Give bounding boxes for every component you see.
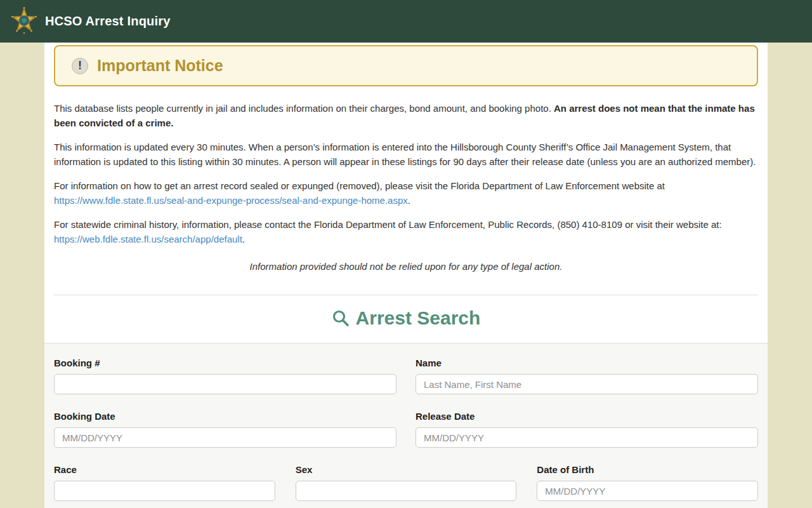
form-row-demographics: Race Sex Date of Birth bbox=[54, 464, 758, 501]
paragraph-text: . bbox=[242, 234, 245, 244]
paragraph-text: For statewide criminal history, informat… bbox=[54, 219, 722, 230]
race-label: Race bbox=[54, 464, 275, 475]
booking-number-input[interactable] bbox=[54, 374, 396, 394]
app-header: HCSO Arrest Inquiry bbox=[0, 0, 812, 43]
page-container: ! Important Notice This database lists p… bbox=[44, 43, 768, 508]
date-of-birth-field-group: Date of Birth bbox=[537, 464, 758, 501]
name-input[interactable] bbox=[416, 374, 758, 394]
booking-date-label: Booking Date bbox=[54, 411, 396, 422]
paragraph-text: For information on how to get an arrest … bbox=[54, 180, 665, 191]
sex-label: Sex bbox=[296, 464, 517, 475]
sex-field-group: Sex bbox=[296, 464, 517, 501]
paragraph-seal-expunge: For information on how to get an arrest … bbox=[54, 178, 758, 208]
date-of-birth-input[interactable] bbox=[537, 481, 758, 501]
search-icon bbox=[332, 309, 350, 327]
intro-text-block: This database lists people currently in … bbox=[44, 101, 768, 274]
fdle-search-link[interactable]: https://web.fdle.state.fl.us/search/app/… bbox=[54, 234, 242, 244]
race-field-group: Race bbox=[54, 464, 275, 501]
form-row-dates: Booking Date Release Date bbox=[54, 411, 758, 448]
paragraph-text: . bbox=[408, 195, 410, 206]
legal-disclaimer: Information provided should not be relie… bbox=[54, 259, 758, 274]
sex-input[interactable] bbox=[296, 481, 517, 501]
release-date-field-group: Release Date bbox=[416, 411, 758, 448]
date-of-birth-label: Date of Birth bbox=[537, 464, 758, 475]
booking-date-field-group: Booking Date bbox=[54, 411, 396, 448]
race-input[interactable] bbox=[54, 481, 275, 501]
app-title: HCSO Arrest Inquiry bbox=[45, 14, 171, 29]
arrest-search-header: Arrest Search bbox=[44, 295, 768, 343]
release-date-label: Release Date bbox=[416, 411, 758, 422]
name-label: Name bbox=[416, 358, 758, 368]
arrest-search-title: Arrest Search bbox=[356, 307, 481, 329]
arrest-search-form: Booking # Name Booking Date Release Date… bbox=[44, 343, 768, 508]
paragraph-database-info: This database lists people currently in … bbox=[54, 101, 758, 130]
paragraph-text: This database lists people currently in … bbox=[54, 103, 554, 114]
release-date-input[interactable] bbox=[416, 427, 758, 448]
name-field-group: Name bbox=[416, 358, 758, 394]
sheriff-star-badge-icon bbox=[11, 7, 37, 36]
important-notice-banner: ! Important Notice bbox=[54, 45, 758, 86]
booking-date-input[interactable] bbox=[54, 427, 396, 448]
exclamation-icon: ! bbox=[72, 58, 88, 74]
paragraph-criminal-history: For statewide criminal history, informat… bbox=[54, 217, 758, 246]
booking-number-label: Booking # bbox=[54, 358, 396, 368]
fdle-seal-expunge-link[interactable]: https://www.fdle.state.fl.us/seal-and-ex… bbox=[54, 195, 408, 206]
booking-number-field-group: Booking # bbox=[54, 358, 396, 394]
notice-title: Important Notice bbox=[97, 57, 223, 75]
form-row-booking-name: Booking # Name bbox=[54, 358, 758, 394]
brand-link[interactable]: HCSO Arrest Inquiry bbox=[11, 7, 171, 36]
paragraph-update-info: This information is updated every 30 min… bbox=[54, 140, 758, 169]
